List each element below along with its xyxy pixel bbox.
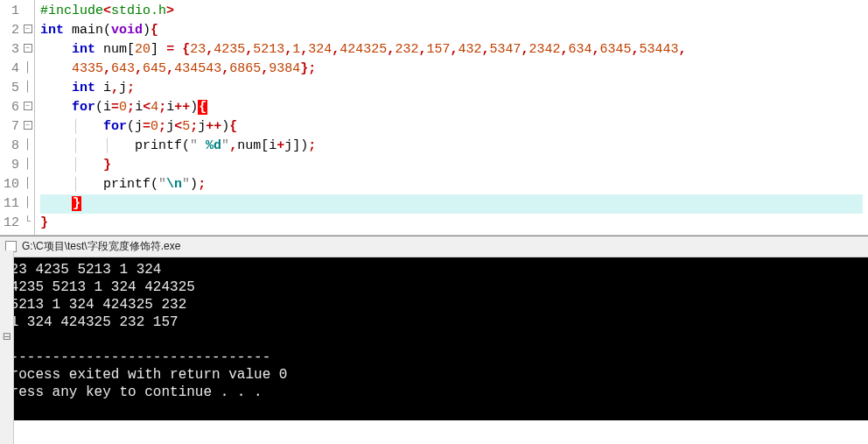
- code-line[interactable]: 4335,643,645,434543,6865,9384};: [40, 60, 863, 79]
- code-line[interactable]: int main(void){: [40, 21, 863, 40]
- line-number-gutter: 123456789101112: [0, 0, 21, 235]
- console-titlebar[interactable]: G:\C项目\test\字段宽度修饰符.exe: [0, 236, 868, 257]
- fold-cell: [21, 0, 34, 19]
- code-line[interactable]: #include<stdio.h>: [40, 2, 863, 21]
- line-number: 7: [4, 117, 19, 137]
- fold-cell[interactable]: −: [21, 96, 34, 116]
- fold-cell[interactable]: −: [21, 19, 34, 39]
- code-line[interactable]: for(i=0;i<4;i++){: [40, 98, 863, 117]
- fold-toggle-icon[interactable]: −: [24, 44, 32, 53]
- fold-cell[interactable]: −: [21, 39, 34, 58]
- console-output[interactable]: 23 4235 5213 1 324 4235 5213 1 324 42432…: [0, 257, 868, 420]
- line-number: 9: [4, 156, 19, 175]
- code-area[interactable]: #include<stdio.h>int main(void){ int num…: [35, 0, 868, 235]
- code-line[interactable]: │ for(j=0;j<5;j++){: [40, 117, 863, 137]
- code-line[interactable]: }: [40, 194, 863, 214]
- line-number: 4: [4, 60, 19, 79]
- fold-cell: │: [21, 135, 34, 154]
- console-window: G:\C项目\test\字段宽度修饰符.exe 23 4235 5213 1 3…: [0, 236, 868, 420]
- fold-mark-icon: ⊟: [2, 331, 11, 345]
- code-line[interactable]: │ }: [40, 156, 863, 175]
- fold-toggle-icon[interactable]: −: [24, 121, 32, 130]
- code-line[interactable]: int num[20] = {23,4235,5213,1,324,424325…: [40, 40, 863, 60]
- code-line[interactable]: │ printf("\n");: [40, 175, 863, 194]
- fold-toggle-icon[interactable]: −: [24, 102, 32, 110]
- fold-cell[interactable]: −: [21, 116, 34, 135]
- fold-toggle-icon[interactable]: −: [24, 25, 32, 33]
- code-line[interactable]: │ │ printf(" %d",num[i+j]);: [40, 137, 863, 156]
- fold-cell: │: [21, 154, 34, 173]
- console-title-text: G:\C项目\test\字段宽度修饰符.exe: [22, 239, 180, 254]
- line-number: 10: [4, 175, 19, 194]
- line-number: 6: [4, 98, 19, 117]
- line-number: 3: [4, 40, 19, 60]
- fold-cell: │: [21, 173, 34, 193]
- code-line[interactable]: int i,j;: [40, 79, 863, 98]
- fold-cell: └: [21, 212, 34, 231]
- line-number: 5: [4, 79, 19, 98]
- code-editor[interactable]: 123456789101112 −−││−−││││└ #include<std…: [0, 0, 868, 236]
- fold-cell: │: [21, 58, 34, 77]
- line-number: 2: [4, 21, 19, 40]
- fold-column[interactable]: −−││−−││││└: [21, 0, 35, 235]
- code-line[interactable]: }: [40, 214, 863, 233]
- line-number: 12: [4, 214, 19, 233]
- left-margin-stub: ⊟: [0, 250, 14, 444]
- line-number: 8: [4, 137, 19, 156]
- fold-cell: │: [21, 77, 34, 96]
- line-number: 11: [4, 194, 19, 214]
- line-number: 1: [4, 2, 19, 21]
- fold-cell: │: [21, 193, 34, 212]
